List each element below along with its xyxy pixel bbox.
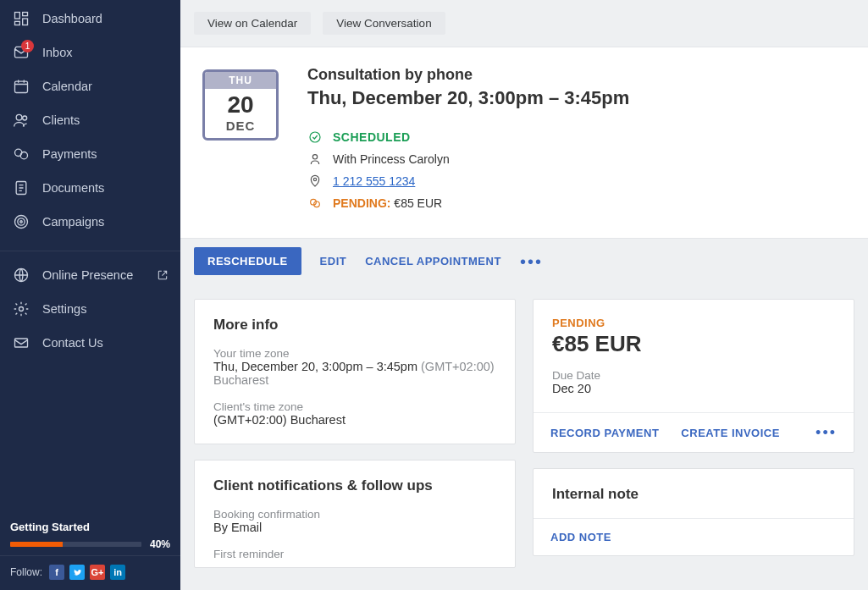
sidebar-item-label: Documents — [42, 181, 169, 195]
getting-started-pct: 40% — [150, 538, 170, 550]
svg-point-18 — [313, 178, 316, 180]
create-invoice-button[interactable]: CREATE INVOICE — [681, 427, 780, 439]
reschedule-button[interactable]: RESCHEDULE — [194, 247, 301, 275]
svg-point-12 — [20, 221, 23, 223]
sidebar-item-label: Calendar — [42, 80, 169, 93]
record-payment-button[interactable]: RECORD PAYMENT — [550, 427, 659, 439]
svg-point-6 — [23, 116, 27, 120]
documents-icon — [12, 179, 30, 197]
clients-icon — [12, 111, 30, 130]
sidebar-item-contact-us[interactable]: Contact Us — [0, 326, 180, 360]
appointment-time: Thu, December 20, 3:00pm – 3:45pm — [307, 87, 629, 109]
main-content: View on Calendar View Conversation THU 2… — [180, 0, 868, 590]
getting-started-title: Getting Started — [10, 521, 170, 533]
cancel-appointment-button[interactable]: CANCEL APPOINTMENT — [365, 255, 501, 267]
booking-confirmation-value: By Email — [213, 521, 496, 534]
sidebar-item-documents[interactable]: Documents — [0, 171, 180, 205]
svg-rect-4 — [15, 81, 28, 92]
mail-icon — [12, 334, 30, 352]
sidebar-item-settings[interactable]: Settings — [0, 292, 180, 326]
date-card-month: DEC — [205, 119, 276, 138]
sidebar-item-inbox[interactable]: 1 Inbox — [0, 36, 180, 69]
google-plus-icon[interactable]: G+ — [90, 565, 105, 580]
add-note-button[interactable]: ADD NOTE — [550, 531, 611, 543]
more-info-card: More info Your time zone Thu, December 2… — [194, 299, 516, 444]
sidebar-item-campaigns[interactable]: Campaigns — [0, 205, 180, 239]
sidebar-section-main: Dashboard 1 Inbox Calendar Clients Payme… — [0, 0, 180, 247]
follow-label: Follow: — [10, 566, 42, 578]
location-icon — [307, 174, 323, 189]
sidebar-item-calendar[interactable]: Calendar — [0, 69, 180, 103]
person-icon — [307, 152, 323, 167]
inbox-icon: 1 — [12, 43, 30, 62]
action-bar: RESCHEDULE EDIT CANCEL APPOINTMENT ••• — [180, 238, 868, 284]
sidebar-item-label: Dashboard — [42, 12, 169, 25]
sidebar-item-label: Settings — [42, 302, 169, 316]
date-card-day: 20 — [205, 89, 276, 119]
pending-label: PENDING: — [333, 196, 390, 210]
edit-button[interactable]: EDIT — [320, 255, 347, 267]
internal-note-title: Internal note — [534, 469, 854, 518]
coins-icon — [307, 196, 323, 211]
globe-icon — [12, 266, 30, 284]
settings-icon — [12, 300, 30, 318]
pending-amount: €85 EUR — [394, 196, 442, 210]
more-actions-icon[interactable]: ••• — [520, 253, 543, 270]
payment-due-value: Dec 20 — [552, 382, 835, 395]
sidebar-item-online-presence[interactable]: Online Presence — [0, 258, 180, 292]
facebook-icon[interactable]: f — [49, 565, 64, 580]
getting-started-widget[interactable]: Getting Started 40% — [0, 512, 180, 555]
payment-amount: €85 EUR — [552, 331, 835, 357]
svg-point-10 — [15, 216, 28, 229]
svg-point-14 — [19, 307, 24, 312]
status-row: SCHEDULED — [307, 126, 629, 148]
payments-icon — [12, 145, 30, 163]
sidebar-item-label: Payments — [42, 147, 169, 161]
appointment-hero: THU 20 DEC Consultation by phone Thu, De… — [180, 47, 868, 238]
payment-due-label: Due Date — [552, 369, 835, 382]
svg-point-16 — [310, 132, 320, 142]
sidebar-section-secondary: Online Presence Settings Contact Us — [0, 251, 180, 368]
with-label: With Princess Carolyn — [333, 152, 450, 166]
campaigns-icon — [12, 212, 30, 231]
sidebar-item-label: Campaigns — [42, 215, 169, 229]
view-conversation-button[interactable]: View Conversation — [323, 12, 445, 35]
client-tz-label: Client's time zone — [213, 400, 496, 413]
first-reminder-label: First reminder — [213, 548, 496, 560]
with-row: With Princess Carolyn — [307, 148, 629, 170]
sidebar-item-label: Clients — [42, 113, 169, 127]
phone-row: 1 212 555 1234 — [307, 170, 629, 192]
sidebar-item-dashboard[interactable]: Dashboard — [0, 2, 180, 36]
payment-more-icon[interactable]: ••• — [815, 425, 837, 440]
svg-rect-15 — [15, 339, 28, 347]
svg-point-11 — [18, 218, 25, 225]
appointment-title: Consultation by phone — [307, 66, 629, 84]
pending-row: PENDING: €85 EUR — [307, 192, 629, 214]
linkedin-icon[interactable]: in — [110, 565, 125, 580]
notifications-card: Client notifications & follow ups Bookin… — [194, 460, 516, 568]
dashboard-icon — [12, 9, 30, 28]
payment-status: PENDING — [552, 317, 835, 329]
sidebar: Dashboard 1 Inbox Calendar Clients Payme… — [0, 0, 180, 590]
external-link-icon — [157, 269, 169, 281]
more-info-title: More info — [213, 317, 496, 334]
date-card: THU 20 DEC — [202, 69, 279, 141]
sidebar-item-clients[interactable]: Clients — [0, 103, 180, 137]
twitter-icon[interactable] — [69, 565, 85, 580]
sidebar-item-label: Contact Us — [42, 336, 169, 350]
view-on-calendar-button[interactable]: View on Calendar — [194, 12, 311, 35]
booking-confirmation-label: Booking confirmation — [213, 508, 496, 521]
your-tz-label: Your time zone — [213, 347, 496, 360]
notifications-title: Client notifications & follow ups — [213, 477, 496, 494]
svg-point-5 — [16, 114, 22, 120]
sidebar-item-label: Online Presence — [42, 268, 157, 282]
client-tz-zone: (GMT+02:00) Bucharest — [213, 413, 496, 427]
phone-link[interactable]: 1 212 555 1234 — [333, 174, 415, 188]
date-card-dow: THU — [205, 72, 276, 89]
calendar-icon — [12, 77, 30, 96]
your-tz-time: Thu, December 20, 3:00pm – 3:45pm — [213, 360, 417, 373]
svg-rect-2 — [23, 19, 28, 25]
svg-rect-3 — [15, 21, 20, 25]
sidebar-item-payments[interactable]: Payments — [0, 137, 180, 171]
payment-card: PENDING €85 EUR Due Date Dec 20 RECORD P… — [533, 299, 854, 453]
